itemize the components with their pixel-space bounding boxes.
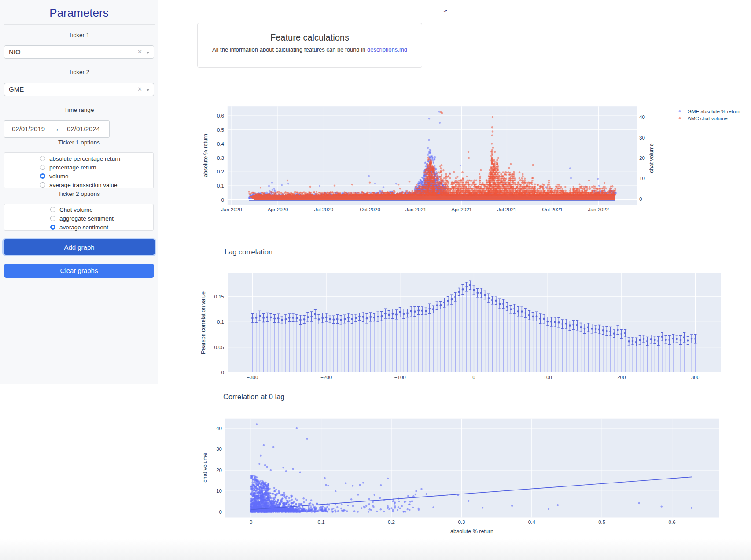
svg-text:Jan 2022: Jan 2022 bbox=[588, 207, 609, 212]
svg-text:GME absolute % return: GME absolute % return bbox=[688, 109, 740, 114]
svg-text:Apr 2020: Apr 2020 bbox=[268, 207, 288, 212]
svg-text:0.4: 0.4 bbox=[528, 519, 536, 525]
svg-text:20: 20 bbox=[216, 468, 222, 473]
svg-text:20: 20 bbox=[639, 155, 645, 161]
svg-text:Jul 2020: Jul 2020 bbox=[314, 207, 333, 212]
svg-text:Jul 2021: Jul 2021 bbox=[497, 207, 516, 212]
svg-text:0.15: 0.15 bbox=[214, 294, 224, 299]
svg-text:0.05: 0.05 bbox=[214, 345, 224, 350]
svg-text:absolute % return: absolute % return bbox=[450, 528, 493, 534]
svg-text:0.3: 0.3 bbox=[217, 155, 224, 161]
svg-text:−100: −100 bbox=[394, 375, 406, 380]
svg-text:Jan 2021: Jan 2021 bbox=[405, 207, 426, 212]
svg-text:0: 0 bbox=[221, 370, 224, 375]
svg-text:0: 0 bbox=[639, 196, 642, 202]
svg-text:40: 40 bbox=[216, 426, 222, 431]
svg-text:100: 100 bbox=[544, 375, 552, 380]
svg-text:200: 200 bbox=[617, 375, 626, 380]
svg-text:Jan 2020: Jan 2020 bbox=[221, 207, 242, 212]
svg-text:Lag correlation: Lag correlation bbox=[225, 248, 272, 256]
svg-text:Pearson correlation value: Pearson correlation value bbox=[200, 291, 206, 354]
svg-text:0: 0 bbox=[250, 519, 252, 525]
svg-text:−200: −200 bbox=[320, 375, 332, 380]
svg-text:absolute % return: absolute % return bbox=[202, 134, 209, 177]
svg-text:0.1: 0.1 bbox=[217, 183, 224, 188]
svg-text:0.1: 0.1 bbox=[217, 319, 224, 324]
svg-text:Oct 2021: Oct 2021 bbox=[542, 207, 563, 212]
svg-text:0.2: 0.2 bbox=[388, 519, 395, 525]
svg-text:Apr 2021: Apr 2021 bbox=[451, 207, 472, 212]
svg-text:30: 30 bbox=[639, 135, 645, 140]
svg-text:30: 30 bbox=[216, 446, 222, 452]
svg-text:0.6: 0.6 bbox=[669, 519, 676, 525]
svg-text:chat volume: chat volume bbox=[648, 143, 655, 173]
svg-text:−300: −300 bbox=[247, 375, 258, 380]
svg-text:Oct 2020: Oct 2020 bbox=[360, 207, 380, 212]
svg-text:chat volume: chat volume bbox=[202, 453, 208, 482]
svg-text:10: 10 bbox=[216, 488, 222, 494]
svg-text:300: 300 bbox=[691, 375, 699, 380]
svg-text:AMC chat volume: AMC chat volume bbox=[688, 116, 728, 121]
svg-text:0: 0 bbox=[221, 197, 224, 203]
svg-text:0.2: 0.2 bbox=[217, 169, 224, 174]
svg-text:Correlation at 0 lag: Correlation at 0 lag bbox=[223, 393, 284, 401]
svg-text:0.6: 0.6 bbox=[217, 113, 224, 118]
svg-text:0.1: 0.1 bbox=[318, 519, 325, 525]
svg-text:0.3: 0.3 bbox=[458, 519, 465, 525]
svg-text:0.4: 0.4 bbox=[217, 141, 225, 147]
svg-text:0: 0 bbox=[472, 375, 475, 380]
svg-text:40: 40 bbox=[639, 114, 645, 120]
svg-text:0.5: 0.5 bbox=[217, 127, 224, 133]
svg-text:0: 0 bbox=[219, 509, 222, 515]
svg-text:0.5: 0.5 bbox=[598, 519, 605, 525]
svg-text:10: 10 bbox=[639, 176, 645, 181]
